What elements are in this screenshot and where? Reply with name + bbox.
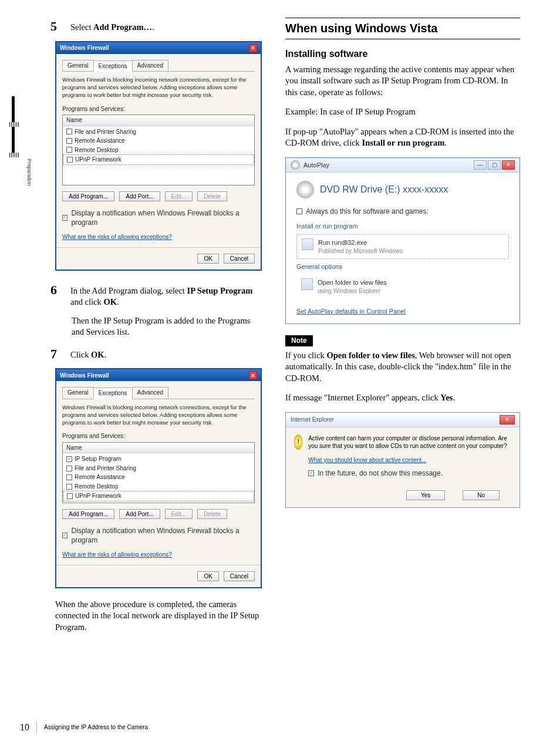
subsection-heading: Installing software (285, 48, 520, 60)
programs-services-label: Programs and Services: (62, 105, 255, 113)
firewall-description: Windows Firewall is blocking incoming ne… (62, 404, 255, 426)
open-folder-option[interactable]: Open folder to view files using Windows … (296, 275, 509, 298)
risks-link[interactable]: What are the risks of allowing exception… (62, 551, 172, 558)
add-port-button[interactable]: Add Port... (119, 191, 160, 201)
list-header-name: Name (63, 115, 254, 126)
margin-section-label: Preparation (26, 159, 33, 186)
program-icon (302, 238, 313, 250)
tab-general[interactable]: General (62, 60, 94, 72)
ok-button[interactable]: OK (197, 571, 218, 581)
ok-button[interactable]: OK (197, 254, 218, 264)
close-icon[interactable]: × (502, 160, 515, 170)
step-5-text: Select Add Program…. (70, 18, 154, 33)
add-program-button[interactable]: Add Program... (62, 509, 114, 519)
close-icon[interactable]: × (249, 371, 257, 379)
risks-link[interactable]: What are the risks of allowing exception… (62, 234, 172, 240)
right-p3: If pop-up "AutoPlay" appears when a CD-R… (285, 126, 520, 149)
add-port-button[interactable]: Add Port... (119, 509, 160, 519)
delete-button[interactable]: Delete (197, 509, 227, 519)
edit-button[interactable]: Edit... (165, 509, 193, 519)
notify-checkbox[interactable]: ✓ (62, 215, 68, 221)
maximize-icon[interactable]: ▢ (488, 160, 501, 170)
footer-text: Assigning the IP Address to the Camera (44, 723, 148, 732)
disc-icon (296, 181, 314, 198)
list-header-name: Name (63, 443, 254, 454)
minimize-icon[interactable]: — (474, 160, 487, 170)
drive-label: DVD RW Drive (E:) xxxx-xxxxx (320, 183, 448, 196)
step-6-para: Then the IP Setup Program is added to th… (72, 315, 262, 338)
yes-button[interactable]: Yes (406, 490, 445, 500)
edit-button[interactable]: Edit... (165, 191, 193, 201)
disc-icon (291, 160, 300, 170)
notify-checkbox[interactable]: ✓ (62, 533, 68, 538)
tab-exceptions[interactable]: Exceptions (93, 60, 133, 72)
always-checkbox[interactable] (296, 208, 302, 214)
margin-decoration (9, 96, 21, 157)
programs-list-2[interactable]: ✓IP Setup Program File and Printer Shari… (63, 453, 254, 503)
programs-list-1[interactable]: File and Printer Sharing Remote Assistan… (63, 126, 254, 185)
right-p4: If message "Internet Explorer" appears, … (285, 392, 520, 404)
step-7-text: Click OK. (70, 345, 106, 361)
note-text: If you click Open folder to view files, … (285, 350, 520, 385)
dialog-title: Windows Firewall (60, 372, 109, 380)
close-icon[interactable]: × (500, 415, 515, 424)
tab-general[interactable]: General (62, 387, 94, 399)
windows-firewall-dialog-1: Windows Firewall × General Exceptions Ad… (55, 41, 262, 271)
cancel-button[interactable]: Cancel (224, 254, 255, 264)
autoplay-defaults-link[interactable]: Set AutoPlay defaults in Control Panel (296, 307, 509, 316)
folder-icon (301, 278, 313, 290)
internet-explorer-dialog: Internet Explorer × ! Active content can… (285, 412, 520, 508)
programs-services-label: Programs and Services: (62, 432, 255, 440)
right-p2: Example: In case of IP Setup Program (285, 106, 520, 118)
step-6-text: In the Add Program dialog, select IP Set… (70, 281, 262, 308)
page-number: 10 (20, 721, 29, 734)
tab-advanced[interactable]: Advanced (132, 60, 168, 72)
ie-title: Internet Explorer (291, 416, 334, 424)
install-group-title: Install or run program (296, 222, 509, 231)
active-content-link[interactable]: What you should know about active conten… (308, 457, 426, 463)
tab-advanced[interactable]: Advanced (132, 387, 168, 399)
dialog-title: Windows Firewall (60, 44, 109, 52)
add-program-button[interactable]: Add Program... (62, 191, 114, 201)
step-7-number: 7 (50, 345, 62, 363)
autoplay-dialog: AutoPlay — ▢ × DVD RW Drive (E:) xxxx-xx… (285, 157, 520, 324)
run-option[interactable]: Run rundll32.exe Published by Microsoft … (296, 234, 509, 259)
close-icon[interactable]: × (249, 44, 257, 52)
right-p1: A warning message regarding the active c… (285, 64, 520, 99)
page-footer: 10 Assigning the IP Address to the Camer… (20, 721, 148, 734)
step-6-number: 6 (50, 281, 62, 299)
general-group-title: General options (296, 262, 509, 271)
windows-firewall-dialog-2: Windows Firewall × General Exceptions Ad… (55, 368, 262, 588)
firewall-description: Windows Firewall is blocking incoming ne… (62, 76, 255, 99)
note-badge: Note (285, 335, 313, 346)
closing-para: When the above procedure is completed, t… (55, 599, 262, 634)
step-5-number: 5 (50, 18, 62, 35)
ie-message: Active content can harm your computer or… (308, 434, 511, 450)
warning-icon: ! (294, 434, 302, 450)
tab-exceptions[interactable]: Exceptions (93, 388, 133, 399)
section-heading: When using Windows Vista (285, 18, 520, 39)
future-checkbox[interactable]: ✓ (308, 470, 314, 476)
cancel-button[interactable]: Cancel (224, 571, 255, 581)
delete-button[interactable]: Delete (197, 191, 227, 201)
no-button[interactable]: No (463, 490, 500, 500)
